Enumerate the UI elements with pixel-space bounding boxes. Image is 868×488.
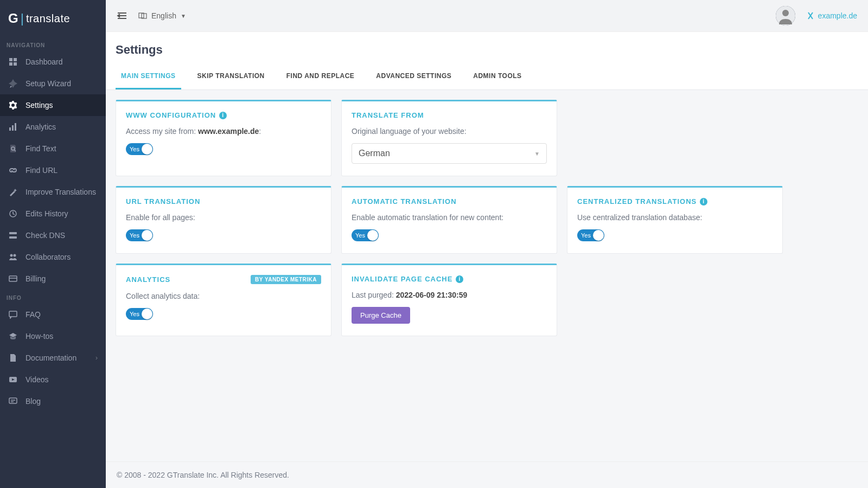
logo-text: translate [26, 12, 70, 25]
gear-icon [8, 100, 18, 110]
card-invalidate-cache: INVALIDATE PAGE CACHE i Last purged: 202… [341, 264, 557, 336]
sidebar: G | translate NAVIGATION Dashboard Setup… [0, 0, 106, 488]
sidebar-item-analytics[interactable]: Analytics [0, 116, 106, 138]
sidebar-item-find-url[interactable]: Find URL [0, 159, 106, 181]
sidebar-item-label: Billing [25, 274, 46, 283]
card-desc: Collect analytics data: [126, 292, 321, 300]
sidebar-item-collaborators[interactable]: Collaborators [0, 246, 106, 268]
sidebar-item-howtos[interactable]: How-tos [0, 325, 106, 347]
wand-icon [8, 187, 18, 197]
auto-translation-toggle[interactable]: Yes [352, 229, 379, 241]
chevron-right-icon: › [95, 354, 98, 362]
info-icon[interactable]: i [219, 112, 227, 119]
svg-rect-13 [9, 276, 17, 281]
analytics-badge: BY YANDEX METRIKA [251, 275, 321, 284]
sidebar-item-label: Analytics [25, 123, 56, 131]
topbar: English ▼ example.de [106, 0, 868, 31]
toggle-knob [593, 230, 604, 241]
card-www-config: WWW CONFIGURATION i Access my site from:… [116, 100, 331, 176]
site-link[interactable]: example.de [806, 11, 857, 20]
sidebar-item-faq[interactable]: FAQ [0, 304, 106, 325]
svg-rect-0 [9, 58, 12, 61]
chart-icon [8, 122, 18, 132]
main-area: English ▼ example.de Settings MAIN SETTI… [106, 0, 868, 488]
logo[interactable]: G | translate [0, 0, 106, 37]
tab-admin-tools[interactable]: ADMIN TOOLS [468, 65, 527, 89]
sidebar-item-history[interactable]: Edits History [0, 203, 106, 224]
nav-heading-navigation: NAVIGATION [0, 37, 106, 51]
card-url-translation: URL TRANSLATION Enable for all pages: Ye… [116, 186, 331, 254]
sidebar-item-label: Documentation [25, 354, 76, 362]
chevron-down-icon: ▼ [534, 151, 540, 157]
card-desc: Use centralized translation database: [577, 213, 773, 222]
svg-point-20 [782, 10, 789, 16]
tab-skip-translation[interactable]: SKIP TRANSLATION [192, 65, 270, 89]
url-translation-toggle[interactable]: Yes [126, 229, 153, 241]
svg-point-12 [14, 254, 16, 257]
sidebar-item-blog[interactable]: Blog [0, 390, 106, 412]
dashboard-icon [8, 57, 18, 67]
sidebar-item-dashboard[interactable]: Dashboard [0, 51, 106, 73]
comment-icon [8, 396, 18, 406]
sidebar-item-videos[interactable]: Videos [0, 369, 106, 390]
sidebar-collapse-button[interactable] [117, 11, 127, 20]
sidebar-item-documentation[interactable]: Documentation › [0, 347, 106, 369]
sidebar-item-improve[interactable]: Improve Translations [0, 181, 106, 203]
card-icon [8, 274, 18, 284]
toggle-knob [142, 230, 152, 241]
tab-advanced-settings[interactable]: ADVANCED SETTINGS [371, 65, 457, 89]
search-doc-icon [8, 144, 18, 153]
info-icon[interactable]: i [456, 275, 463, 283]
card-title-text: WWW CONFIGURATION [126, 111, 216, 119]
sidebar-item-settings[interactable]: Settings [0, 94, 106, 116]
card-title-text: CENTRALIZED TRANSLATIONS [577, 197, 697, 206]
sidebar-item-check-dns[interactable]: Check DNS [0, 224, 106, 246]
tab-main-settings[interactable]: MAIN SETTINGS [116, 65, 181, 89]
card-desc: Access my site from: www.example.de: [126, 127, 321, 136]
history-icon [8, 209, 18, 219]
svg-rect-14 [9, 311, 17, 317]
centralized-toggle[interactable]: Yes [577, 229, 604, 241]
card-translate-from: TRANSLATE FROM Original language of your… [341, 100, 557, 176]
svg-rect-3 [14, 62, 17, 66]
card-auto-translation: AUTOMATIC TRANSLATION Enable automatic t… [341, 186, 557, 254]
ui-language-select[interactable]: English ▼ [138, 11, 186, 20]
source-language-select[interactable]: German ▼ [352, 143, 547, 164]
ui-language-value: English [151, 11, 176, 20]
info-icon[interactable]: i [700, 198, 707, 206]
content: WWW CONFIGURATION i Access my site from:… [106, 90, 868, 461]
svg-rect-10 [9, 236, 17, 239]
sidebar-item-find-text[interactable]: Find Text [0, 138, 106, 159]
analytics-toggle[interactable]: Yes [126, 308, 153, 320]
sidebar-item-label: Blog [25, 397, 41, 406]
card-title-text: AUTOMATIC TRANSLATION [352, 197, 457, 206]
logo-separator: | [21, 11, 24, 26]
footer-copyright: © 2008 - 2022 GTranslate Inc. All Rights… [106, 461, 868, 488]
tab-find-replace[interactable]: FIND AND REPLACE [281, 65, 360, 89]
sidebar-item-label: Check DNS [25, 231, 65, 240]
www-toggle[interactable]: Yes [126, 143, 153, 155]
card-desc: Last purged: 2022-06-09 21:30:59 [352, 291, 547, 299]
site-icon [806, 11, 815, 20]
card-desc: Enable automatic translation for new con… [352, 213, 547, 222]
sidebar-item-billing[interactable]: Billing [0, 268, 106, 290]
users-icon [8, 252, 18, 262]
sidebar-item-label: Dashboard [25, 57, 63, 66]
sidebar-item-label: Collaborators [25, 253, 71, 261]
graduation-icon [8, 331, 18, 341]
avatar[interactable] [776, 6, 795, 25]
toggle-knob [142, 309, 152, 319]
svg-rect-5 [12, 125, 14, 131]
svg-rect-16 [9, 398, 17, 403]
sidebar-item-setup-wizard[interactable]: Setup Wizard [0, 73, 106, 94]
sidebar-item-label: Edits History [25, 209, 68, 218]
card-title-text: URL TRANSLATION [126, 197, 200, 206]
sidebar-item-label: Improve Translations [25, 188, 96, 196]
sidebar-item-label: Find Text [25, 144, 56, 153]
link-icon [8, 165, 18, 175]
purge-cache-button[interactable]: Purge Cache [352, 307, 410, 324]
card-desc: Original language of your website: [352, 127, 547, 136]
server-icon [8, 230, 18, 240]
logo-g: G [8, 11, 18, 26]
sidebar-item-label: Find URL [25, 166, 58, 175]
